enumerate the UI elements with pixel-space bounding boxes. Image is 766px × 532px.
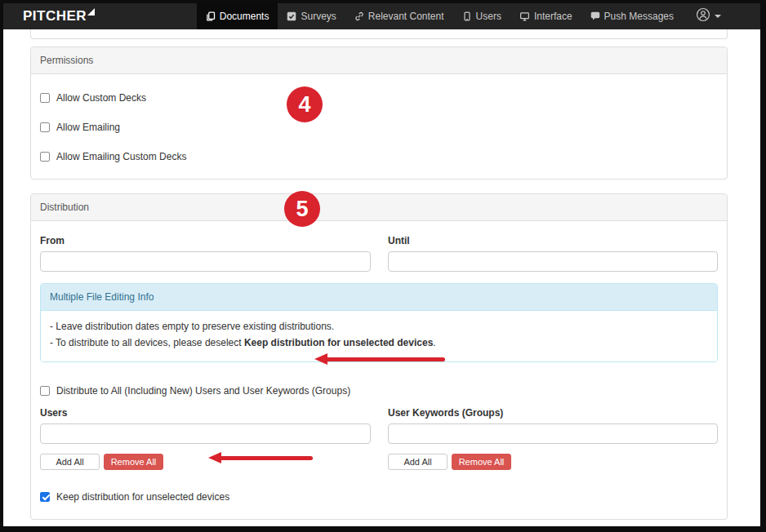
nav-label: Documents — [220, 11, 269, 22]
info-line-2: - To distribute to all devices, please d… — [50, 335, 708, 352]
users-label: Users — [40, 407, 371, 419]
allow-custom-decks-row: Allow Custom Decks — [40, 92, 718, 104]
distribution-panel-title: Distribution — [31, 194, 727, 221]
until-label: Until — [388, 235, 718, 246]
nav-label: Push Messages — [604, 11, 674, 22]
keywords-remove-all-button[interactable]: Remove All — [452, 454, 511, 470]
device-icon — [462, 11, 472, 21]
arrow-line — [326, 357, 445, 361]
logo-text: PITCHER — [23, 8, 87, 24]
distribute-to-all-checkbox[interactable] — [40, 386, 50, 396]
page: PITCHER Documents Surv — [0, 0, 766, 532]
annotation-arrow-distribute — [314, 353, 445, 365]
documents-icon — [206, 11, 216, 21]
checkbox-label: Allow Emailing Custom Decks — [56, 151, 186, 162]
from-date-input[interactable] — [40, 251, 371, 272]
arrow-line — [220, 456, 313, 460]
allow-emailing-checkbox[interactable] — [40, 122, 50, 132]
annotation-arrow-keep — [208, 452, 313, 463]
speech-bubble-icon — [590, 11, 600, 21]
multiple-file-editing-info-box: Multiple File Editing Info - Leave distr… — [40, 283, 718, 362]
keep-distribution-row: Keep distribution for unselected devices — [40, 491, 718, 503]
nav-item-surveys[interactable]: Surveys — [278, 3, 345, 29]
users-add-all-button[interactable]: Add All — [40, 454, 100, 470]
users-input[interactable] — [40, 423, 371, 444]
info-box-title: Multiple File Editing Info — [41, 284, 717, 311]
monitor-icon — [519, 11, 530, 21]
link-icon — [354, 11, 364, 21]
previous-panel-edge — [30, 29, 728, 39]
info-line-2-text: - To distribute to all devices, please d… — [50, 337, 244, 348]
logo-flag-icon — [87, 8, 95, 16]
account-icon — [696, 7, 710, 25]
nav-menu: Documents Surveys — [197, 3, 683, 29]
allow-emailing-custom-decks-checkbox[interactable] — [40, 152, 50, 162]
nav-item-users[interactable]: Users — [453, 3, 510, 29]
distribute-to-all-row: Distribute to All (Including New) Users … — [40, 385, 718, 397]
annotation-badge-5: 5 — [284, 191, 320, 227]
main-content: Permissions Allow Custom Decks Allow Ema… — [3, 29, 760, 532]
checkbox-label: Allow Custom Decks — [56, 92, 146, 104]
nav-label: Users — [476, 11, 501, 22]
keep-distribution-checkbox[interactable] — [40, 492, 50, 502]
nav-label: Interface — [534, 11, 572, 22]
until-date-input[interactable] — [388, 251, 718, 272]
checkbox-label: Keep distribution for unselected devices — [56, 491, 229, 503]
allow-custom-decks-checkbox[interactable] — [40, 93, 50, 103]
top-navbar: PITCHER Documents Surv — [3, 3, 760, 29]
user-keywords-label: User Keywords (Groups) — [388, 407, 718, 419]
pitcher-logo[interactable]: PITCHER — [23, 3, 95, 29]
users-remove-all-button[interactable]: Remove All — [104, 454, 163, 470]
checkbox-label: Distribute to All (Including New) Users … — [56, 385, 350, 397]
nav-label: Surveys — [301, 11, 336, 22]
info-line-2-period: . — [433, 337, 435, 348]
info-line-1: - Leave distribution dates empty to pres… — [50, 319, 708, 335]
nav-item-relevant-content[interactable]: Relevant Content — [345, 3, 453, 29]
account-menu[interactable] — [688, 3, 729, 29]
annotation-badge-4: 4 — [287, 86, 323, 122]
chevron-down-icon — [715, 15, 721, 18]
allow-emailing-custom-decks-row: Allow Emailing Custom Decks — [40, 151, 718, 162]
user-keywords-input[interactable] — [388, 423, 718, 444]
nav-item-documents[interactable]: Documents — [197, 3, 278, 29]
from-label: From — [40, 235, 371, 246]
nav-label: Relevant Content — [368, 11, 444, 22]
checkbox-label: Allow Emailing — [56, 122, 120, 133]
keywords-add-all-button[interactable]: Add All — [388, 454, 448, 470]
permissions-panel: Permissions Allow Custom Decks Allow Ema… — [30, 47, 728, 180]
nav-item-push-messages[interactable]: Push Messages — [581, 3, 683, 29]
info-line-2-bold: Keep distribution for unselected devices — [244, 337, 433, 348]
allow-emailing-row: Allow Emailing — [40, 122, 718, 133]
permissions-panel-title: Permissions — [31, 47, 727, 74]
surveys-icon — [287, 11, 296, 21]
nav-item-interface[interactable]: Interface — [510, 3, 581, 29]
